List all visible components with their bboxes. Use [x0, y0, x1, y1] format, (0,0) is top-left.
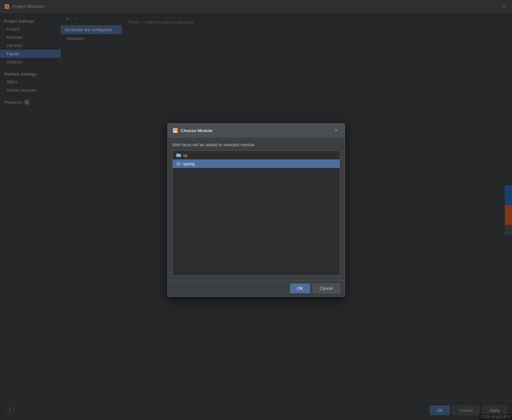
- svg-rect-10: [177, 154, 181, 157]
- module-item-spring[interactable]: spring: [173, 159, 340, 168]
- folder-icon-spring: [176, 161, 181, 166]
- modal-subtitle: Web facet will be added to selected modu…: [172, 142, 340, 147]
- modal-title: Choose Module: [181, 128, 333, 133]
- modal-overlay: Choose Module × Web facet will be added …: [0, 0, 512, 420]
- modal-icon: [172, 128, 178, 133]
- svg-rect-11: [176, 153, 178, 154]
- modal-title-bar: Choose Module ×: [168, 124, 345, 138]
- svg-rect-6: [174, 129, 175, 131]
- module-list: sp spring: [172, 151, 340, 275]
- module-item-sp[interactable]: sp: [173, 151, 340, 159]
- svg-rect-5: [173, 128, 177, 132]
- modal-close-button[interactable]: ×: [333, 127, 340, 134]
- folder-icon-sp: [176, 152, 181, 158]
- svg-rect-7: [176, 129, 177, 131]
- modal-body: Web facet will be added to selected modu…: [168, 138, 345, 280]
- choose-module-dialog: Choose Module × Web facet will be added …: [167, 123, 345, 297]
- modal-ok-button[interactable]: OK: [290, 284, 310, 293]
- modal-footer: OK Cancel: [168, 280, 345, 296]
- svg-rect-15: [176, 162, 178, 163]
- modal-cancel-button[interactable]: Cancel: [313, 284, 340, 293]
